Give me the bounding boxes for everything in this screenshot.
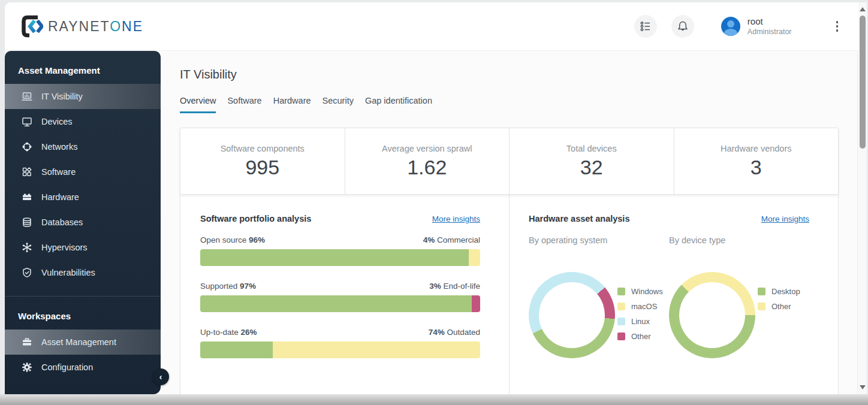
sidebar-item-networks[interactable]: Networks bbox=[5, 134, 161, 159]
sidebar-item-label: Databases bbox=[41, 217, 83, 227]
database-icon bbox=[21, 216, 33, 228]
sidebar-item-hardware[interactable]: Hardware bbox=[5, 185, 161, 210]
avatar-body bbox=[724, 29, 737, 36]
page-title: IT Visibility bbox=[180, 68, 839, 81]
vertical-scrollbar[interactable] bbox=[857, 2, 867, 394]
legend-swatch bbox=[617, 288, 625, 295]
stacked-bar bbox=[200, 295, 480, 312]
tab-overview[interactable]: Overview bbox=[180, 96, 216, 113]
software-portfolio-panel: Software portfolio analysis More insight… bbox=[180, 195, 510, 394]
sidebar-item-label: Hardware bbox=[41, 192, 79, 202]
os-donut-legend: Windows macOS Linux bbox=[617, 288, 663, 358]
raynet-one-logo: RAYNETONE bbox=[19, 14, 143, 38]
bar-right-label: 74% Outdated bbox=[429, 328, 480, 337]
kpi-label: Software components bbox=[221, 144, 305, 153]
brick-icon bbox=[21, 191, 33, 203]
kpi-software-components: Software components 995 bbox=[180, 128, 345, 194]
software-portfolio-title: Software portfolio analysis bbox=[200, 214, 311, 223]
sidebar-item-label: Configuration bbox=[41, 362, 93, 372]
tab-hardware[interactable]: Hardware bbox=[273, 96, 311, 113]
scroll-up-arrow-icon[interactable] bbox=[860, 7, 866, 11]
kpi-hardware-vendors: Hardware vendors 3 bbox=[674, 128, 839, 194]
scroll-down-arrow-icon[interactable] bbox=[860, 385, 866, 389]
donut-by-device-type: By device type Desktop Other bbox=[669, 235, 809, 358]
legend-item-windows: Windows bbox=[617, 288, 663, 295]
user-info[interactable]: root Administrator bbox=[748, 16, 792, 37]
hardware-analysis-title: Hardware asset analysis bbox=[529, 214, 629, 223]
legend-swatch bbox=[617, 333, 625, 340]
app-header: RAYNETONE root Administrat bbox=[5, 2, 858, 51]
sidebar-item-label: Software bbox=[41, 167, 76, 177]
stacked-bar bbox=[200, 249, 480, 266]
bar-right-label: 4% Commercial bbox=[423, 235, 480, 244]
bar-right-label: 3% End-of-life bbox=[429, 282, 480, 291]
hardware-more-insights-link[interactable]: More insights bbox=[761, 214, 809, 223]
kpi-label: Total devices bbox=[566, 144, 617, 153]
notifications-button[interactable] bbox=[671, 15, 694, 38]
sidebar-item-vulnerabilities[interactable]: Vulnerabilities bbox=[5, 260, 161, 285]
network-icon bbox=[21, 141, 33, 153]
legend-swatch bbox=[758, 303, 765, 310]
logo-mark-icon bbox=[19, 14, 43, 38]
kpi-value: 1.62 bbox=[407, 156, 447, 179]
scrollbar-thumb[interactable] bbox=[860, 16, 866, 149]
sidebar-item-databases[interactable]: Databases bbox=[5, 210, 161, 235]
legend-item-macos: macOS bbox=[617, 303, 663, 310]
legend-swatch bbox=[617, 303, 625, 310]
sidebar-item-label: Asset Management bbox=[41, 337, 116, 347]
hardware-analysis-panel: Hardware asset analysis More insights By… bbox=[510, 195, 838, 394]
sidebar-item-hypervisors[interactable]: Hypervisors bbox=[5, 235, 161, 260]
legend-swatch bbox=[617, 318, 625, 325]
laptop-chart-icon bbox=[21, 90, 33, 102]
tab-software[interactable]: Software bbox=[227, 96, 261, 113]
bar-uptodate-outdated: Up-to-date 26% 74% Outdated bbox=[200, 328, 480, 358]
legend-item-linux: Linux bbox=[617, 318, 663, 325]
kpi-label: Hardware vendors bbox=[721, 144, 791, 153]
sidebar-item-configuration[interactable]: Configuration bbox=[5, 355, 161, 380]
legend-item-other: Other bbox=[758, 303, 800, 310]
user-avatar[interactable] bbox=[721, 17, 740, 36]
kpi-value: 3 bbox=[751, 156, 762, 179]
legend-swatch bbox=[758, 288, 765, 295]
donut-subtitle: By operating system bbox=[529, 235, 669, 245]
donut-by-operating-system: By operating system Windows macO bbox=[529, 235, 669, 358]
main-content: IT Visibility Overview Software Hardware… bbox=[161, 51, 858, 394]
checklist-icon bbox=[639, 20, 652, 33]
tab-security[interactable]: Security bbox=[323, 96, 354, 113]
kpi-average-version-sprawl: Average version sprawl 1.62 bbox=[345, 128, 510, 194]
bell-icon bbox=[676, 20, 689, 33]
sidebar-item-devices[interactable]: Devices bbox=[5, 109, 161, 134]
tab-gap-identification[interactable]: Gap identification bbox=[365, 96, 432, 113]
briefcase-icon bbox=[21, 336, 33, 348]
sidebar-item-workspace-asset-management[interactable]: Asset Management bbox=[5, 330, 161, 355]
sidebar-item-it-visibility[interactable]: IT Visibility bbox=[5, 84, 161, 109]
sidebar-item-label: IT Visibility bbox=[41, 92, 83, 101]
sidebar-item-label: Vulnerabilities bbox=[41, 268, 95, 277]
device-type-donut-legend: Desktop Other bbox=[758, 288, 800, 358]
os-donut-chart bbox=[529, 272, 615, 358]
bar-left-label: Supported 97% bbox=[200, 282, 256, 291]
task-list-button[interactable] bbox=[634, 15, 657, 38]
sidebar-item-software[interactable]: Software bbox=[5, 159, 161, 185]
software-more-insights-link[interactable]: More insights bbox=[432, 214, 480, 223]
user-role: Administrator bbox=[748, 28, 792, 37]
kpi-value: 32 bbox=[580, 156, 603, 179]
tab-bar: Overview Software Hardware Security Gap … bbox=[180, 96, 839, 113]
donut-subtitle: By device type bbox=[669, 235, 809, 245]
shield-check-icon bbox=[21, 267, 33, 279]
sidebar-collapse-button[interactable]: ‹ bbox=[152, 368, 169, 385]
bar-supported-eol: Supported 97% 3% End-of-life bbox=[200, 282, 480, 312]
sidebar-section-workspaces: Workspaces bbox=[5, 297, 161, 330]
kpi-value: 995 bbox=[245, 156, 279, 179]
stacked-bar bbox=[200, 341, 480, 358]
monitor-icon bbox=[21, 116, 33, 128]
bar-left-label: Up-to-date 26% bbox=[200, 328, 257, 337]
chevron-left-icon: ‹ bbox=[159, 372, 162, 382]
user-name: root bbox=[748, 16, 792, 28]
gear-icon bbox=[21, 361, 33, 373]
kebab-menu-icon[interactable] bbox=[834, 19, 841, 34]
sidebar-item-label: Hypervisors bbox=[41, 243, 88, 252]
logo-text: RAYNETONE bbox=[48, 19, 143, 35]
kpi-label: Average version sprawl bbox=[382, 144, 472, 153]
legend-item-desktop: Desktop bbox=[758, 288, 800, 295]
